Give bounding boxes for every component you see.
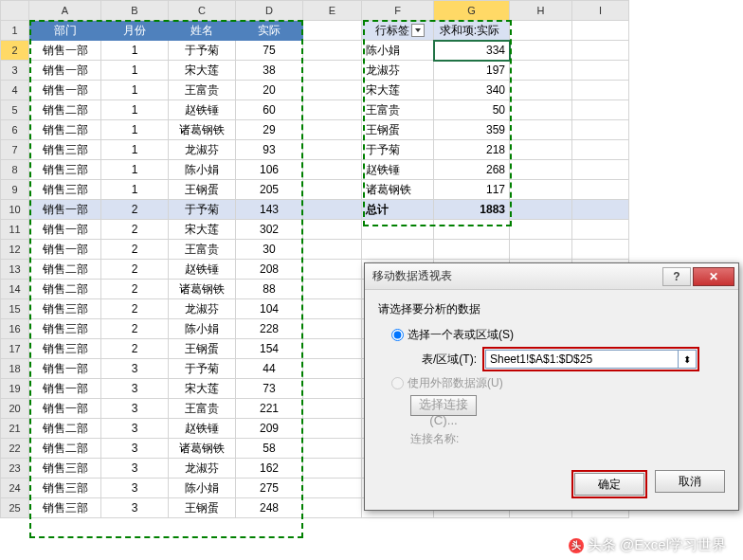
cell[interactable] <box>434 240 510 260</box>
cell[interactable] <box>510 200 572 220</box>
cell[interactable]: 20 <box>236 81 303 100</box>
row-header[interactable]: 7 <box>1 140 29 160</box>
cell[interactable]: 2 <box>101 200 169 220</box>
cell[interactable]: 1 <box>101 140 169 160</box>
col-header-A[interactable]: A <box>29 1 101 21</box>
cell[interactable]: 销售二部 <box>29 260 101 280</box>
col-header-C[interactable]: C <box>169 1 236 21</box>
cell[interactable] <box>303 120 362 140</box>
cell[interactable] <box>303 160 362 180</box>
row-header[interactable]: 25 <box>1 498 29 518</box>
cell[interactable] <box>510 61 572 81</box>
close-button[interactable]: ✕ <box>693 267 734 286</box>
cell[interactable] <box>303 140 362 160</box>
cell[interactable] <box>572 81 629 100</box>
row-header[interactable]: 20 <box>1 399 29 419</box>
cell[interactable]: 3 <box>101 459 169 479</box>
row-header[interactable]: 10 <box>1 200 29 220</box>
cell[interactable] <box>434 220 510 240</box>
cell[interactable] <box>303 180 362 200</box>
cell[interactable]: 1 <box>101 81 169 100</box>
pivot-cell[interactable]: 340 <box>434 81 510 100</box>
pivot-cell[interactable]: 王钢蛋 <box>362 120 434 140</box>
cell[interactable] <box>303 61 362 81</box>
cell[interactable]: 销售二部 <box>29 100 101 120</box>
cell[interactable]: 于予菊 <box>169 41 236 61</box>
cell[interactable]: 3 <box>101 479 169 498</box>
cell[interactable] <box>303 41 362 61</box>
cell[interactable] <box>572 41 629 61</box>
cell[interactable] <box>510 81 572 100</box>
cell[interactable] <box>510 120 572 140</box>
pivot-cell[interactable]: 赵铁锤 <box>362 160 434 180</box>
radio-external-source[interactable]: 使用外部数据源(U) <box>391 375 725 391</box>
pivot-cell[interactable]: 359 <box>434 120 510 140</box>
cell[interactable] <box>510 240 572 260</box>
cell[interactable]: 2 <box>101 260 169 280</box>
cell[interactable]: 销售三部 <box>29 498 101 518</box>
cell[interactable] <box>303 299 362 319</box>
radio-select-range[interactable]: 选择一个表或区域(S) <box>391 327 725 343</box>
cell[interactable]: 销售一部 <box>29 200 101 220</box>
col-header-F[interactable]: F <box>362 1 434 21</box>
cell[interactable]: 29 <box>236 120 303 140</box>
cell[interactable]: 赵铁锤 <box>169 260 236 280</box>
pivot-cell[interactable]: 268 <box>434 160 510 180</box>
cell[interactable]: 205 <box>236 180 303 200</box>
pivot-cell-selected[interactable]: 334 <box>434 41 510 61</box>
cell[interactable]: 106 <box>236 160 303 180</box>
row-header[interactable]: 17 <box>1 339 29 359</box>
cell[interactable]: 1 <box>101 41 169 61</box>
cell[interactable]: 93 <box>236 140 303 160</box>
row-header[interactable]: 2 <box>1 41 29 61</box>
row-header[interactable]: 11 <box>1 220 29 240</box>
cell[interactable]: 2 <box>101 280 169 299</box>
col-header-D[interactable]: D <box>236 1 303 21</box>
cell[interactable]: 宋大莲 <box>169 61 236 81</box>
cell[interactable] <box>303 479 362 498</box>
row-header[interactable]: 22 <box>1 439 29 459</box>
cell[interactable]: 1 <box>101 120 169 140</box>
cell[interactable]: 销售三部 <box>29 319 101 339</box>
cell[interactable]: 2 <box>101 339 169 359</box>
cell[interactable]: 销售一部 <box>29 379 101 399</box>
cell[interactable]: 销售二部 <box>29 120 101 140</box>
cell[interactable] <box>303 339 362 359</box>
cell[interactable]: 王富贵 <box>169 240 236 260</box>
row-header[interactable]: 24 <box>1 479 29 498</box>
pivot-cell[interactable]: 50 <box>434 100 510 120</box>
col-header-B[interactable]: B <box>101 1 169 21</box>
cell[interactable] <box>303 319 362 339</box>
cell[interactable] <box>572 180 629 200</box>
cell[interactable]: 销售一部 <box>29 81 101 100</box>
row-header[interactable]: 23 <box>1 459 29 479</box>
cell[interactable] <box>572 61 629 81</box>
row-header[interactable]: 21 <box>1 419 29 439</box>
cell[interactable] <box>510 21 572 41</box>
pivot-cell[interactable]: 197 <box>434 61 510 81</box>
cell[interactable] <box>510 160 572 180</box>
cell[interactable]: 3 <box>101 399 169 419</box>
pivot-total-label[interactable]: 总计 <box>362 200 434 220</box>
cell[interactable]: 销售二部 <box>29 439 101 459</box>
cell[interactable]: 销售一部 <box>29 41 101 61</box>
row-header[interactable]: 14 <box>1 280 29 299</box>
cell[interactable]: 陈小娟 <box>169 479 236 498</box>
cell[interactable]: 3 <box>101 359 169 379</box>
cell[interactable]: 58 <box>236 439 303 459</box>
ok-button[interactable]: 确定 <box>574 473 644 496</box>
cell[interactable]: 38 <box>236 61 303 81</box>
pivot-cell[interactable]: 龙淑芬 <box>362 61 434 81</box>
cell[interactable]: 销售三部 <box>29 299 101 319</box>
filter-dropdown-icon[interactable] <box>411 24 425 37</box>
cell[interactable]: 30 <box>236 240 303 260</box>
cell[interactable]: 赵铁锤 <box>169 419 236 439</box>
cell[interactable]: 248 <box>236 498 303 518</box>
cell[interactable]: 诸葛钢铁 <box>169 439 236 459</box>
row-header[interactable]: 4 <box>1 81 29 100</box>
range-input[interactable] <box>485 350 679 369</box>
cell[interactable] <box>510 41 572 61</box>
cell[interactable]: 154 <box>236 339 303 359</box>
cell[interactable] <box>572 160 629 180</box>
cell[interactable] <box>572 120 629 140</box>
